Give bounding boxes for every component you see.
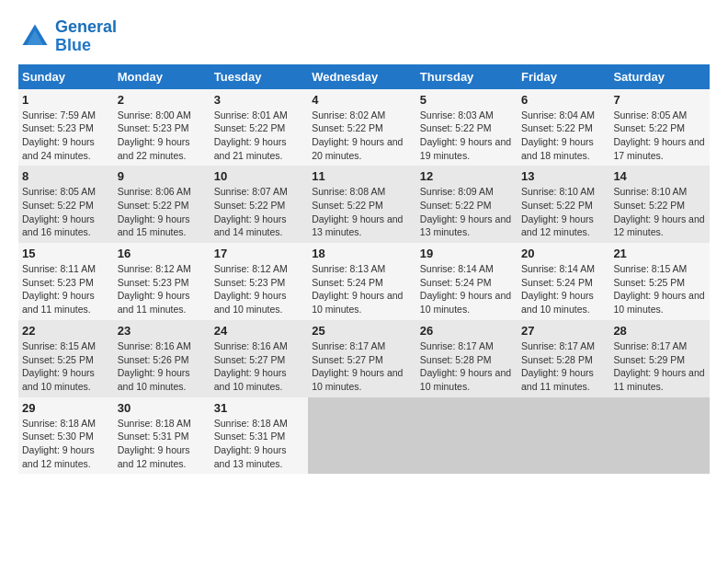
calendar-cell: 26Sunrise: 8:17 AMSunset: 5:28 PMDayligh… [416,320,518,397]
day-number: 14 [613,169,706,183]
page-header: GeneralBlue [18,18,710,55]
day-number: 31 [214,401,304,415]
day-info: Sunrise: 8:05 AMSunset: 5:22 PMDaylight:… [613,109,706,163]
day-info: Sunrise: 8:10 AMSunset: 5:22 PMDaylight:… [521,185,606,239]
day-info: Sunrise: 8:18 AMSunset: 5:31 PMDaylight:… [118,417,207,471]
logo-text: GeneralBlue [55,18,117,55]
day-number: 25 [312,324,413,338]
day-info: Sunrise: 8:17 AMSunset: 5:29 PMDaylight:… [613,339,706,394]
day-info: Sunrise: 8:00 AMSunset: 5:23 PMDaylight:… [118,109,207,163]
calendar-cell: 6Sunrise: 8:04 AMSunset: 5:22 PMDaylight… [518,89,609,167]
day-info: Sunrise: 8:02 AMSunset: 5:22 PMDaylight:… [312,109,413,163]
day-number: 17 [214,247,304,260]
calendar-cell: 18Sunrise: 8:13 AMSunset: 5:24 PMDayligh… [308,243,416,320]
day-info: Sunrise: 8:17 AMSunset: 5:28 PMDaylight:… [521,339,606,394]
day-number: 2 [118,93,207,107]
day-info: Sunrise: 8:18 AMSunset: 5:31 PMDaylight:… [214,417,304,471]
week-row-1: 1Sunrise: 7:59 AMSunset: 5:23 PMDaylight… [18,89,710,167]
calendar-cell: 31Sunrise: 8:18 AMSunset: 5:31 PMDayligh… [210,397,308,475]
day-info: Sunrise: 8:11 AMSunset: 5:23 PMDaylight:… [22,262,110,316]
day-number: 16 [118,247,207,260]
calendar-cell: 17Sunrise: 8:12 AMSunset: 5:23 PMDayligh… [210,243,308,320]
calendar-cell: 3Sunrise: 8:01 AMSunset: 5:22 PMDaylight… [210,89,308,167]
day-info: Sunrise: 7:59 AMSunset: 5:23 PMDaylight:… [22,109,110,163]
day-number: 26 [420,324,514,338]
day-number: 9 [118,169,207,183]
day-info: Sunrise: 8:14 AMSunset: 5:24 PMDaylight:… [420,262,514,316]
day-number: 12 [420,169,514,183]
day-info: Sunrise: 8:18 AMSunset: 5:30 PMDaylight:… [22,417,110,471]
header-thursday: Thursday [416,64,518,89]
day-header-row: SundayMondayTuesdayWednesdayThursdayFrid… [18,64,710,89]
day-info: Sunrise: 8:03 AMSunset: 5:22 PMDaylight:… [420,109,514,163]
day-number: 10 [214,169,304,183]
day-number: 22 [22,324,110,338]
day-info: Sunrise: 8:16 AMSunset: 5:26 PMDaylight:… [118,339,207,394]
calendar-cell: 23Sunrise: 8:16 AMSunset: 5:26 PMDayligh… [114,320,210,397]
day-number: 27 [521,324,606,338]
day-info: Sunrise: 8:07 AMSunset: 5:22 PMDaylight:… [214,185,304,239]
week-row-5: 29Sunrise: 8:18 AMSunset: 5:30 PMDayligh… [18,397,710,475]
calendar-cell: 30Sunrise: 8:18 AMSunset: 5:31 PMDayligh… [114,397,210,475]
calendar-cell [518,397,609,475]
calendar-cell: 5Sunrise: 8:03 AMSunset: 5:22 PMDaylight… [416,89,518,167]
day-info: Sunrise: 8:14 AMSunset: 5:24 PMDaylight:… [521,262,606,316]
calendar-cell: 2Sunrise: 8:00 AMSunset: 5:23 PMDaylight… [114,89,210,167]
day-info: Sunrise: 8:15 AMSunset: 5:25 PMDaylight:… [22,339,110,394]
header-saturday: Saturday [609,64,710,89]
day-number: 11 [312,169,413,183]
calendar-cell: 15Sunrise: 8:11 AMSunset: 5:23 PMDayligh… [18,243,114,320]
calendar-cell: 20Sunrise: 8:14 AMSunset: 5:24 PMDayligh… [518,243,609,320]
header-monday: Monday [114,64,210,89]
header-wednesday: Wednesday [308,64,416,89]
day-number: 7 [613,93,706,107]
calendar-cell: 22Sunrise: 8:15 AMSunset: 5:25 PMDayligh… [18,320,114,397]
calendar-table: SundayMondayTuesdayWednesdayThursdayFrid… [18,64,710,475]
week-row-3: 15Sunrise: 8:11 AMSunset: 5:23 PMDayligh… [18,243,710,320]
day-info: Sunrise: 8:12 AMSunset: 5:23 PMDaylight:… [118,262,207,316]
day-number: 15 [22,247,110,260]
header-friday: Friday [518,64,609,89]
calendar-cell: 14Sunrise: 8:10 AMSunset: 5:22 PMDayligh… [609,166,710,243]
day-info: Sunrise: 8:16 AMSunset: 5:27 PMDaylight:… [214,339,304,394]
day-number: 4 [312,93,413,107]
calendar-cell [308,397,416,475]
calendar-cell: 11Sunrise: 8:08 AMSunset: 5:22 PMDayligh… [308,166,416,243]
day-info: Sunrise: 8:04 AMSunset: 5:22 PMDaylight:… [521,109,606,163]
day-info: Sunrise: 8:10 AMSunset: 5:22 PMDaylight:… [613,185,706,239]
day-number: 23 [118,324,207,338]
day-number: 13 [521,169,606,183]
calendar-cell [416,397,518,475]
day-number: 21 [613,247,706,260]
day-number: 20 [521,247,606,260]
calendar-cell: 29Sunrise: 8:18 AMSunset: 5:30 PMDayligh… [18,397,114,475]
calendar-cell: 10Sunrise: 8:07 AMSunset: 5:22 PMDayligh… [210,166,308,243]
day-number: 5 [420,93,514,107]
day-info: Sunrise: 8:13 AMSunset: 5:24 PMDaylight:… [312,262,413,316]
calendar-cell: 1Sunrise: 7:59 AMSunset: 5:23 PMDaylight… [18,89,114,167]
day-info: Sunrise: 8:12 AMSunset: 5:23 PMDaylight:… [214,262,304,316]
calendar-cell: 4Sunrise: 8:02 AMSunset: 5:22 PMDaylight… [308,89,416,167]
day-info: Sunrise: 8:09 AMSunset: 5:22 PMDaylight:… [420,185,514,239]
calendar-cell: 8Sunrise: 8:05 AMSunset: 5:22 PMDaylight… [18,166,114,243]
header-sunday: Sunday [18,64,114,89]
calendar-body: 1Sunrise: 7:59 AMSunset: 5:23 PMDaylight… [18,89,710,475]
day-number: 29 [22,401,110,415]
day-number: 30 [118,401,207,415]
day-number: 28 [613,324,706,338]
day-info: Sunrise: 8:17 AMSunset: 5:27 PMDaylight:… [312,339,413,394]
week-row-4: 22Sunrise: 8:15 AMSunset: 5:25 PMDayligh… [18,320,710,397]
calendar-cell: 16Sunrise: 8:12 AMSunset: 5:23 PMDayligh… [114,243,210,320]
calendar-cell: 19Sunrise: 8:14 AMSunset: 5:24 PMDayligh… [416,243,518,320]
calendar-cell [609,397,710,475]
calendar-cell: 27Sunrise: 8:17 AMSunset: 5:28 PMDayligh… [518,320,609,397]
day-number: 8 [22,169,110,183]
logo: GeneralBlue [18,18,117,55]
day-info: Sunrise: 8:15 AMSunset: 5:25 PMDaylight:… [613,262,706,316]
day-number: 24 [214,324,304,338]
day-number: 1 [22,93,110,107]
day-info: Sunrise: 8:06 AMSunset: 5:22 PMDaylight:… [118,185,207,239]
calendar-header: SundayMondayTuesdayWednesdayThursdayFrid… [18,64,710,89]
day-info: Sunrise: 8:08 AMSunset: 5:22 PMDaylight:… [312,185,413,239]
week-row-2: 8Sunrise: 8:05 AMSunset: 5:22 PMDaylight… [18,166,710,243]
